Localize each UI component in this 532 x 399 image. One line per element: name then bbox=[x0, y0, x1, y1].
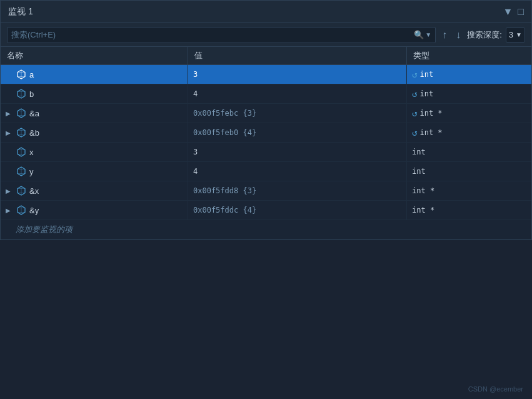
search-box[interactable]: 搜索(Ctrl+E) 🔍 ▼ bbox=[7, 27, 436, 43]
title-controls: ▼ □ bbox=[503, 6, 524, 18]
search-icon-area: 🔍 ▼ bbox=[414, 30, 431, 39]
cell-name: ▶ &b bbox=[1, 123, 188, 142]
table-row[interactable]: ▶ y 4 int bbox=[1, 162, 531, 181]
add-row-label: 添加要监视的项 bbox=[16, 225, 73, 234]
cell-name: ▶ a bbox=[1, 65, 188, 84]
cell-name: ▶ &y bbox=[1, 201, 188, 220]
expand-arrow[interactable]: ▶ bbox=[6, 188, 13, 194]
cell-type: ↺int bbox=[407, 84, 531, 103]
cube-icon bbox=[16, 185, 27, 196]
col-header-type: 类型 bbox=[407, 47, 531, 64]
refresh-icon[interactable]: ↺ bbox=[412, 128, 417, 138]
cell-value: 3 bbox=[188, 65, 407, 84]
down-button[interactable]: ↓ bbox=[453, 28, 463, 42]
type-text: int * bbox=[412, 206, 434, 215]
var-name: x bbox=[29, 148, 34, 157]
toolbar: 搜索(Ctrl+E) 🔍 ▼ ↑ ↓ 搜索深度: 3 ▼ bbox=[1, 23, 531, 47]
cell-type: ↺int * bbox=[407, 123, 531, 142]
cell-type: int bbox=[407, 162, 531, 181]
cell-type: ↺int bbox=[407, 65, 531, 84]
cell-value: 0x00f5fddc {4} bbox=[188, 201, 407, 220]
table-row[interactable]: ▶ x 3 int bbox=[1, 143, 531, 162]
type-text: int * bbox=[419, 109, 442, 118]
var-name: b bbox=[29, 89, 34, 99]
title-bar: 监视 1 ▼ □ bbox=[1, 1, 531, 23]
cell-type: int * bbox=[407, 181, 531, 200]
cell-type: int * bbox=[407, 201, 531, 220]
depth-label: 搜索深度: bbox=[467, 29, 502, 41]
cell-name: ▶ y bbox=[1, 162, 188, 181]
cell-name: ▶ x bbox=[1, 143, 188, 161]
cell-value: 0x00f5fdd8 {3} bbox=[188, 181, 407, 200]
var-name: &y bbox=[29, 206, 39, 215]
cube-icon bbox=[16, 205, 27, 216]
refresh-icon[interactable]: ↺ bbox=[412, 69, 417, 79]
panel-title: 监视 1 bbox=[8, 6, 33, 18]
cell-name: ▶ b bbox=[1, 84, 188, 103]
cube-icon bbox=[16, 127, 27, 138]
refresh-icon[interactable]: ↺ bbox=[412, 89, 417, 99]
depth-value: 3 bbox=[509, 30, 513, 39]
cell-value: 0x00f5feb0 {4} bbox=[188, 123, 407, 142]
type-text: int bbox=[419, 89, 433, 98]
table-header: 名称 值 类型 bbox=[1, 47, 531, 65]
depth-select[interactable]: 3 ▼ bbox=[506, 28, 525, 43]
restore-btn[interactable]: □ bbox=[518, 6, 524, 18]
cell-type: int bbox=[407, 143, 531, 161]
watch-panel: 监视 1 ▼ □ 搜索(Ctrl+E) 🔍 ▼ ↑ ↓ 搜索深度: 3 ▼ 名称… bbox=[0, 0, 532, 240]
cell-value: 3 bbox=[188, 143, 407, 161]
expand-arrow[interactable]: ▶ bbox=[6, 207, 13, 214]
cube-icon bbox=[16, 69, 27, 80]
dropdown-btn[interactable]: ▼ bbox=[503, 6, 513, 18]
table-row[interactable]: ▶ &a 0x00f5febc {3} ↺int * bbox=[1, 104, 531, 123]
type-text: int bbox=[412, 167, 426, 176]
table-row[interactable]: ▶ a 3 ↺int bbox=[1, 65, 531, 84]
cube-icon bbox=[16, 166, 27, 177]
add-row[interactable]: 添加要监视的项 bbox=[1, 220, 531, 240]
cell-value: 4 bbox=[188, 84, 407, 103]
cube-icon bbox=[16, 108, 27, 119]
type-text: int bbox=[419, 70, 433, 79]
cell-value: 4 bbox=[188, 162, 407, 181]
table-row[interactable]: ▶ &x 0x00f5fdd8 {3} int * bbox=[1, 181, 531, 201]
type-text: int * bbox=[419, 128, 442, 137]
depth-arrow: ▼ bbox=[516, 31, 522, 38]
expand-arrow[interactable]: ▶ bbox=[6, 129, 13, 136]
cube-icon bbox=[16, 88, 27, 99]
table-row[interactable]: ▶ b 4 ↺int bbox=[1, 84, 531, 104]
cube-icon bbox=[16, 146, 27, 158]
refresh-icon[interactable]: ↺ bbox=[412, 108, 417, 118]
var-name: &b bbox=[29, 128, 39, 138]
cell-name: ▶ &x bbox=[1, 181, 188, 200]
table-row[interactable]: ▶ &y 0x00f5fddc {4} int * bbox=[1, 201, 531, 220]
table-row[interactable]: ▶ &b 0x00f5feb0 {4} ↺int * bbox=[1, 123, 531, 143]
watermark: CSDN @ecember bbox=[468, 385, 523, 393]
up-button[interactable]: ↑ bbox=[439, 28, 449, 42]
search-dropdown-arrow[interactable]: ▼ bbox=[425, 31, 431, 38]
cell-value: 0x00f5febc {3} bbox=[188, 104, 407, 123]
cell-name: ▶ &a bbox=[1, 104, 188, 123]
type-text: int bbox=[412, 148, 426, 156]
var-name: &a bbox=[29, 109, 39, 118]
type-text: int * bbox=[412, 186, 434, 195]
var-name: &x bbox=[29, 186, 39, 196]
expand-arrow[interactable]: ▶ bbox=[6, 110, 13, 117]
col-header-value: 值 bbox=[188, 47, 407, 64]
var-name: a bbox=[29, 70, 34, 79]
search-icon: 🔍 bbox=[414, 30, 424, 39]
cell-type: ↺int * bbox=[407, 104, 531, 123]
search-placeholder: 搜索(Ctrl+E) bbox=[11, 29, 414, 41]
var-name: y bbox=[29, 167, 34, 176]
watch-table: 名称 值 类型 ▶ a 3 ↺int ▶ b bbox=[1, 47, 531, 240]
col-header-name: 名称 bbox=[1, 47, 188, 64]
rows-container: ▶ a 3 ↺int ▶ b 4 ↺int ▶ bbox=[1, 65, 531, 220]
